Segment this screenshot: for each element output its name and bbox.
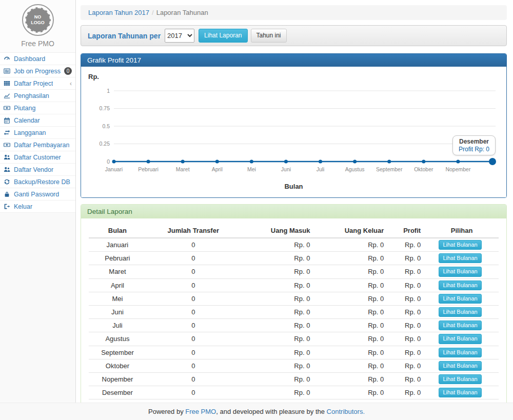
- app-logo: NO LOGO: [22, 4, 54, 36]
- view-month-button-mei[interactable]: Lihat Bulanan: [439, 294, 481, 304]
- cell-jumlah-transfer: 0: [146, 359, 241, 372]
- sidebar-item-dashboard[interactable]: Dashboard: [0, 53, 75, 65]
- sidebar-item-label: Backup/Restore DB: [14, 178, 70, 186]
- cell-uang-keluar: Rp. 0: [314, 278, 388, 292]
- chart-point[interactable]: [387, 160, 391, 164]
- chart-point[interactable]: [250, 160, 253, 164]
- table-row-nopember: Nopember0Rp. 0Rp. 0Rp. 0Lihat Bulanan: [89, 372, 499, 386]
- table-row-desember: Desember0Rp. 0Rp. 0Rp. 0Lihat Bulanan: [89, 386, 499, 399]
- chart-point[interactable]: [112, 160, 116, 164]
- profit-line-chart[interactable]: 00.250.50.751JanuariPebruariMaretAprilMe…: [87, 82, 500, 180]
- cell-uang-keluar: Rp. 0: [314, 305, 388, 318]
- cell-bulan: April: [89, 278, 146, 292]
- cell-profit: Rp. 0: [388, 319, 425, 332]
- cell-uang-keluar: Rp. 0: [314, 319, 388, 332]
- table-row-juli: Juli0Rp. 0Rp. 0Rp. 0Lihat Bulanan: [89, 319, 499, 332]
- cell-uang-masuk: Rp. 0: [241, 238, 314, 252]
- cell-bulan: Desember: [89, 386, 146, 399]
- cell-uang-masuk: Rp. 0: [241, 332, 314, 346]
- this-year-button[interactable]: Tahun ini: [251, 29, 287, 42]
- chart-point-hovered[interactable]: [489, 158, 496, 165]
- col-header-profit: Profit: [388, 224, 425, 238]
- sidebar-item-daftar-customer[interactable]: Daftar Customer: [0, 151, 75, 164]
- cell-profit: Rp. 0: [388, 332, 425, 346]
- x-tick-label: Nopember: [445, 166, 471, 172]
- view-month-button-maret[interactable]: Lihat Bulanan: [439, 267, 481, 276]
- sidebar-item-ganti-password[interactable]: Ganti Password: [0, 188, 75, 201]
- footer: Powered by Free PMO, and developed with …: [0, 403, 513, 420]
- year-select[interactable]: 2017: [165, 29, 194, 43]
- lock-icon: [4, 191, 12, 197]
- y-tick-label: 0.5: [102, 123, 110, 129]
- no-logo-badge: NO LOGO: [25, 7, 51, 33]
- sidebar-item-label: Piutang: [14, 105, 35, 112]
- cell-uang-masuk: Rp. 0: [241, 292, 314, 305]
- table-header-row: Bulan Jumlah Transfer Uang Masuk Uang Ke…: [89, 224, 499, 238]
- cell-bulan: Nopember: [89, 372, 146, 386]
- chart-panel-title: Grafik Profit 2017: [81, 54, 506, 67]
- calendar-icon: [4, 117, 12, 124]
- table-row-mei: Mei0Rp. 0Rp. 0Rp. 0Lihat Bulanan: [89, 292, 499, 305]
- chart-point[interactable]: [353, 160, 357, 164]
- sidebar-item-daftar-project[interactable]: Daftar Project‹: [0, 77, 75, 90]
- retweet-icon: [4, 129, 12, 136]
- money-icon: [4, 142, 12, 148]
- chevron-left-icon: ‹: [70, 80, 72, 87]
- sidebar-item-keluar[interactable]: Keluar: [0, 201, 75, 213]
- chart-point[interactable]: [319, 160, 322, 164]
- brand-area: NO LOGO Free PMO: [0, 0, 75, 52]
- cell-uang-masuk: Rp. 0: [241, 386, 314, 399]
- cell-uang-keluar: Rp. 0: [314, 332, 388, 346]
- chart-point[interactable]: [456, 160, 460, 164]
- view-month-button-desember[interactable]: Lihat Bulanan: [439, 388, 481, 397]
- view-month-button-juni[interactable]: Lihat Bulanan: [439, 307, 481, 317]
- gauge-icon: [4, 55, 12, 62]
- chart-point[interactable]: [284, 160, 288, 164]
- count-badge: 0: [64, 67, 72, 75]
- chart-point[interactable]: [147, 160, 150, 164]
- sidebar-item-label: Daftar Vendor: [14, 166, 53, 173]
- sidebar-item-daftar-pembayaran[interactable]: Daftar Pembayaran: [0, 139, 75, 151]
- sidebar-menu: DashboardJob on Progress0Daftar Project‹…: [0, 52, 75, 213]
- view-month-button-pebruari[interactable]: Lihat Bulanan: [439, 253, 481, 263]
- chart-point[interactable]: [215, 160, 219, 164]
- cell-pilihan: Lihat Bulanan: [425, 359, 499, 372]
- col-header-jumlah-transfer: Jumlah Transfer: [146, 224, 241, 238]
- cell-pilihan: Lihat Bulanan: [425, 319, 499, 332]
- sidebar-item-penghasilan[interactable]: Penghasilan: [0, 90, 75, 102]
- sidebar-item-label: Daftar Project: [14, 80, 53, 87]
- view-month-button-september[interactable]: Lihat Bulanan: [439, 348, 481, 357]
- sidebar-item-piutang[interactable]: Piutang: [0, 102, 75, 114]
- refresh-icon: [4, 178, 12, 185]
- app-window: NO LOGO Free PMO DashboardJob on Progres…: [0, 0, 513, 420]
- view-month-button-juli[interactable]: Lihat Bulanan: [439, 321, 481, 330]
- view-report-button[interactable]: Lihat Laporan: [199, 29, 247, 42]
- sidebar-item-backup-restore-db[interactable]: Backup/Restore DB: [0, 176, 75, 188]
- cell-pilihan: Lihat Bulanan: [425, 372, 499, 386]
- tooltip-month: Desember: [459, 138, 489, 145]
- sidebar-item-langganan[interactable]: Langganan: [0, 127, 75, 139]
- cell-uang-masuk: Rp. 0: [241, 319, 314, 332]
- view-month-button-januari[interactable]: Lihat Bulanan: [439, 240, 481, 250]
- money-icon: [4, 105, 12, 111]
- detail-panel-title: Detail Laporan: [81, 205, 506, 218]
- sidebar-item-daftar-vendor[interactable]: Daftar Vendor: [0, 164, 75, 176]
- sidebar-item-calendar[interactable]: Calendar: [0, 114, 75, 127]
- view-month-button-agustus[interactable]: Lihat Bulanan: [439, 334, 481, 344]
- view-month-button-april[interactable]: Lihat Bulanan: [439, 281, 481, 290]
- view-month-button-nopember[interactable]: Lihat Bulanan: [439, 374, 481, 384]
- view-month-button-oktober[interactable]: Lihat Bulanan: [439, 361, 481, 371]
- footer-link-contributors[interactable]: Contributors.: [327, 408, 365, 415]
- chart-point[interactable]: [181, 160, 185, 164]
- x-tick-label: Pebruari: [138, 166, 159, 172]
- cell-uang-masuk: Rp. 0: [241, 372, 314, 386]
- sidebar-item-job-on-progress[interactable]: Job on Progress0: [0, 65, 75, 77]
- cell-bulan: Maret: [89, 265, 146, 278]
- chart-point[interactable]: [422, 160, 425, 164]
- table-row-agustus: Agustus0Rp. 0Rp. 0Rp. 0Lihat Bulanan: [89, 332, 499, 346]
- table-row-april: April0Rp. 0Rp. 0Rp. 0Lihat Bulanan: [89, 278, 499, 292]
- breadcrumb-link[interactable]: Laporan Tahun 2017: [88, 9, 149, 16]
- footer-link-free-pmo[interactable]: Free PMO: [185, 408, 216, 415]
- y-tick-label: 0.75: [100, 105, 110, 111]
- x-tick-label: Oktober: [414, 166, 433, 172]
